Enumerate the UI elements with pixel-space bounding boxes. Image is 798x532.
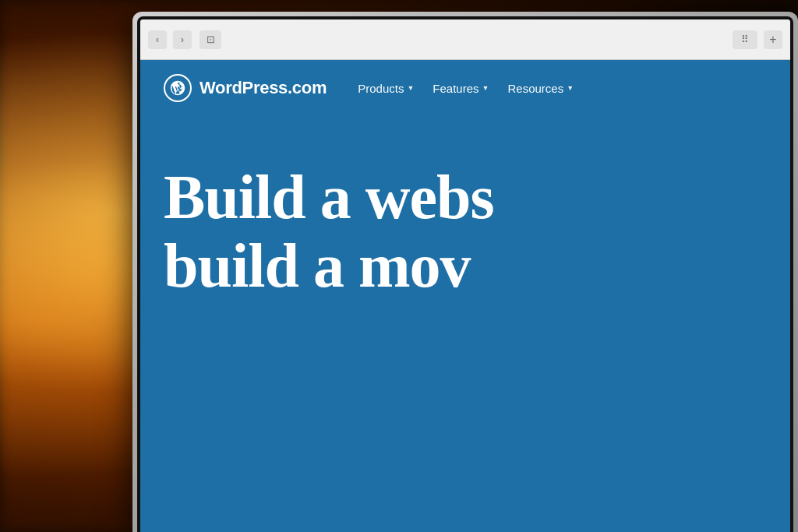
- resources-dropdown-arrow: ▼: [567, 84, 574, 92]
- nav-item-features[interactable]: Features ▼: [433, 82, 489, 95]
- hero-line-2: build a mov: [164, 231, 767, 300]
- site-navbar: WordPress.com Products ▼ Features ▼: [140, 60, 790, 116]
- nav-links: Products ▼ Features ▼ Resources ▼: [358, 82, 574, 95]
- features-dropdown-arrow: ▼: [482, 84, 489, 92]
- screen-bezel: ‹ › ⊡ ⠿ +: [137, 16, 793, 532]
- products-dropdown-arrow: ▼: [407, 84, 414, 92]
- back-button[interactable]: ‹: [148, 30, 167, 49]
- extensions-button[interactable]: ⠿: [733, 30, 757, 49]
- nav-item-products[interactable]: Products ▼: [358, 82, 414, 95]
- site-content-wrapper: WordPress.com Products ▼ Features ▼: [140, 60, 790, 532]
- new-tab-button[interactable]: +: [764, 30, 782, 49]
- site-logo-area[interactable]: WordPress.com: [164, 74, 327, 102]
- forward-button[interactable]: ›: [173, 30, 192, 49]
- wordpress-logo-icon: [164, 74, 192, 102]
- wordpress-site: WordPress.com Products ▼ Features ▼: [140, 60, 790, 532]
- laptop-screen: ‹ › ⊡ ⠿ +: [140, 19, 790, 532]
- hero-title: Build a webs build a mov: [164, 163, 767, 300]
- hero-line-1: Build a webs: [164, 163, 767, 231]
- laptop-frame: ‹ › ⊡ ⠿ +: [132, 12, 798, 532]
- browser-chrome: ‹ › ⊡ ⠿ +: [140, 19, 790, 60]
- site-logo-text: WordPress.com: [200, 78, 327, 98]
- hero-section: Build a webs build a mov: [140, 116, 790, 315]
- sidebar-toggle-button[interactable]: ⊡: [200, 30, 221, 49]
- nav-item-resources[interactable]: Resources ▼: [507, 82, 574, 95]
